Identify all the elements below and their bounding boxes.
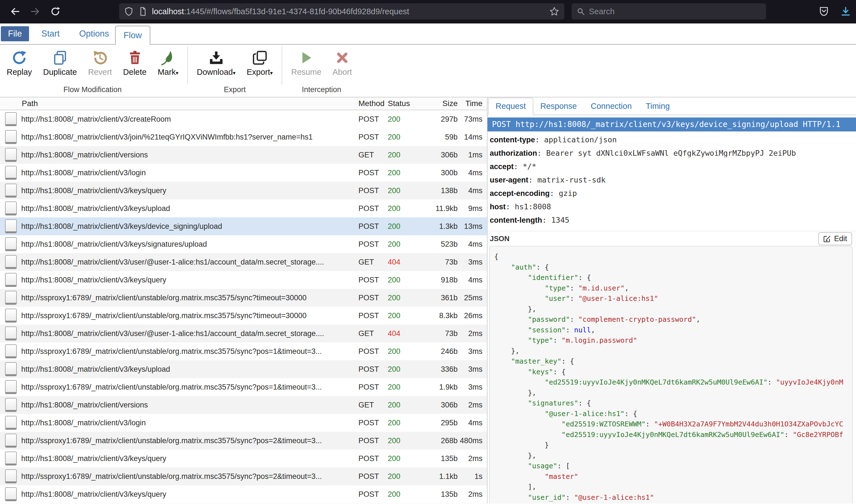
table-row[interactable]: http://ssproxy1:6789/_matrix/client/unst… bbox=[0, 342, 487, 360]
cell-time: 14ms bbox=[458, 133, 487, 142]
cell-path: http://hs1:8008/_matrix/client/v3/join/%… bbox=[21, 133, 358, 142]
header-value: : Bearer syt_dXNlci0xLWFsaWNl_eQfgkZywoi… bbox=[537, 149, 796, 157]
json-line: "user_id": "@user-1-alice:hs1" bbox=[494, 492, 852, 503]
flow-marker bbox=[5, 166, 17, 180]
table-row[interactable]: http://ssproxy1:6789/_matrix/client/unst… bbox=[0, 467, 487, 485]
cell-time: 4ms bbox=[458, 276, 487, 284]
table-row[interactable]: http://ssproxy1:6789/_matrix/client/unst… bbox=[0, 432, 487, 450]
cell-method: POST bbox=[358, 347, 388, 356]
flow-marker bbox=[5, 184, 17, 198]
tab-response[interactable]: Response bbox=[533, 98, 584, 115]
toolbar: ReplayDuplicateRevertDeleteMark▾Flow Mod… bbox=[0, 44, 856, 97]
flow-marker bbox=[5, 326, 17, 340]
tab-timing[interactable]: Timing bbox=[639, 98, 677, 115]
cell-time: 1s bbox=[458, 472, 487, 481]
edit-button-label: Edit bbox=[834, 234, 847, 243]
table-row[interactable]: http://hs1:8008/_matrix/client/versionsG… bbox=[0, 146, 487, 164]
export-button-label: Export▾ bbox=[247, 68, 273, 77]
table-row[interactable]: http://hs1:8008/_matrix/client/versionsG… bbox=[0, 396, 487, 414]
json-line: "master" bbox=[494, 471, 852, 482]
menu-item-start[interactable]: Start bbox=[41, 29, 59, 39]
flow-marker bbox=[5, 291, 17, 305]
menu-item-options[interactable]: Options bbox=[79, 29, 109, 39]
request-line-banner[interactable]: POST http://hs1:8008/_matrix/client/v3/k… bbox=[487, 118, 856, 131]
table-row[interactable]: http://ssproxy1:6789/_matrix/client/unst… bbox=[0, 289, 487, 307]
cell-method: GET bbox=[358, 401, 388, 409]
table-row[interactable]: http://hs1:8008/_matrix/client/v3/keys/s… bbox=[0, 235, 487, 253]
json-viewer: { "auth": { "identifier": { "type": "m.i… bbox=[489, 246, 853, 503]
json-line: "identifier": { bbox=[494, 272, 852, 283]
duplicate-button[interactable]: Duplicate bbox=[37, 44, 82, 78]
table-row[interactable]: http://hs1:8008/_matrix/client/v3/keys/q… bbox=[0, 271, 487, 289]
cell-size: 8.3kb bbox=[416, 311, 458, 320]
table-row[interactable]: http://hs1:8008/_matrix/client/v3/keys/u… bbox=[0, 200, 487, 217]
resume-button[interactable]: Resume bbox=[286, 44, 327, 78]
cell-size: 1.1kb bbox=[416, 472, 458, 481]
table-row[interactable]: http://hs1:8008/_matrix/client/v3/keys/q… bbox=[0, 485, 487, 503]
table-row[interactable]: http://hs1:8008/_matrix/client/v3/user/@… bbox=[0, 253, 487, 271]
tab-flow[interactable]: Flow bbox=[115, 26, 150, 44]
header-value: : application/json bbox=[535, 136, 617, 144]
table-row[interactable]: http://hs1:8008/_matrix/client/v3/join/%… bbox=[0, 128, 487, 146]
pocket-icon[interactable] bbox=[819, 6, 829, 17]
cell-method: POST bbox=[358, 419, 388, 427]
revert-button[interactable]: Revert bbox=[82, 44, 117, 78]
cell-time: 480ms bbox=[458, 436, 487, 445]
edit-button[interactable]: Edit bbox=[818, 232, 852, 245]
downloads-icon[interactable] bbox=[840, 6, 851, 17]
toolbar-divider bbox=[281, 46, 282, 85]
url-bar[interactable]: localhost:1445/#/flows/fba5f13d-91e1-437… bbox=[119, 3, 564, 20]
replay-button[interactable]: Replay bbox=[1, 44, 37, 78]
table-row[interactable]: http://hs1:8008/_matrix/client/v3/loginP… bbox=[0, 414, 487, 432]
header-name: accept-encoding bbox=[490, 190, 550, 197]
body-section-header: JSON Edit bbox=[487, 231, 856, 246]
header-value: : gzip bbox=[550, 190, 577, 197]
cell-time: 26ms bbox=[458, 311, 487, 320]
export-button[interactable]: Export▾ bbox=[241, 44, 278, 78]
back-button[interactable] bbox=[5, 3, 25, 20]
cell-method: POST bbox=[358, 311, 388, 320]
table-row[interactable]: http://ssproxy1:6789/_matrix/client/unst… bbox=[0, 378, 487, 396]
duplicate-icon bbox=[52, 50, 68, 65]
bookmark-star-icon[interactable] bbox=[549, 6, 559, 16]
cell-status: 200 bbox=[388, 276, 416, 284]
table-row[interactable]: http://hs1:8008/_matrix/client/v3/keys/d… bbox=[0, 217, 487, 235]
table-row[interactable]: http://hs1:8008/_matrix/client/v3/keys/q… bbox=[0, 450, 487, 467]
header-line: content-type: application/json bbox=[490, 136, 856, 144]
shield-icon[interactable] bbox=[124, 7, 134, 16]
search-icon bbox=[577, 7, 585, 16]
cell-method: POST bbox=[358, 240, 388, 249]
cell-method: POST bbox=[358, 204, 388, 213]
abort-button[interactable]: Abort bbox=[327, 44, 357, 78]
cell-status: 200 bbox=[388, 436, 416, 445]
table-row[interactable]: http://hs1:8008/_matrix/client/v3/loginP… bbox=[0, 164, 487, 182]
column-header-time: Time bbox=[458, 99, 487, 108]
cell-status: 200 bbox=[388, 401, 416, 409]
reload-button[interactable] bbox=[45, 3, 65, 20]
table-row[interactable]: http://hs1:8008/_matrix/client/v3/keys/q… bbox=[0, 182, 487, 200]
table-row[interactable]: http://hs1:8008/_matrix/client/v3/create… bbox=[0, 110, 487, 128]
cell-time: 2ms bbox=[458, 454, 487, 463]
table-row[interactable]: http://hs1:8008/_matrix/client/v3/user/@… bbox=[0, 325, 487, 342]
table-row[interactable]: http://hs1:8008/_matrix/client/v3/keys/u… bbox=[0, 360, 487, 378]
resume-icon bbox=[299, 50, 314, 65]
file-button[interactable]: File bbox=[1, 26, 29, 41]
cell-time: 2ms bbox=[458, 401, 487, 409]
export-icon bbox=[252, 50, 267, 65]
search-bar[interactable]: Search bbox=[571, 3, 766, 20]
forward-button[interactable] bbox=[25, 3, 45, 20]
json-line: } bbox=[494, 503, 852, 503]
flow-marker bbox=[5, 380, 17, 394]
tab-request[interactable]: Request bbox=[488, 98, 533, 115]
cell-path: http://ssproxy1:6789/_matrix/client/unst… bbox=[21, 436, 358, 445]
table-row[interactable]: http://ssproxy1:6789/_matrix/client/unst… bbox=[0, 307, 487, 325]
header-line: accept: */* bbox=[490, 163, 856, 170]
mark-button-label: Mark▾ bbox=[157, 68, 178, 77]
page-info-icon[interactable] bbox=[138, 7, 148, 16]
header-line: accept-encoding: gzip bbox=[490, 190, 856, 197]
cell-size: 523b bbox=[416, 240, 458, 249]
download-button[interactable]: Download▾ bbox=[191, 44, 241, 78]
mark-button[interactable]: Mark▾ bbox=[152, 44, 184, 78]
delete-button[interactable]: Delete bbox=[118, 44, 152, 78]
tab-connection[interactable]: Connection bbox=[584, 98, 639, 115]
